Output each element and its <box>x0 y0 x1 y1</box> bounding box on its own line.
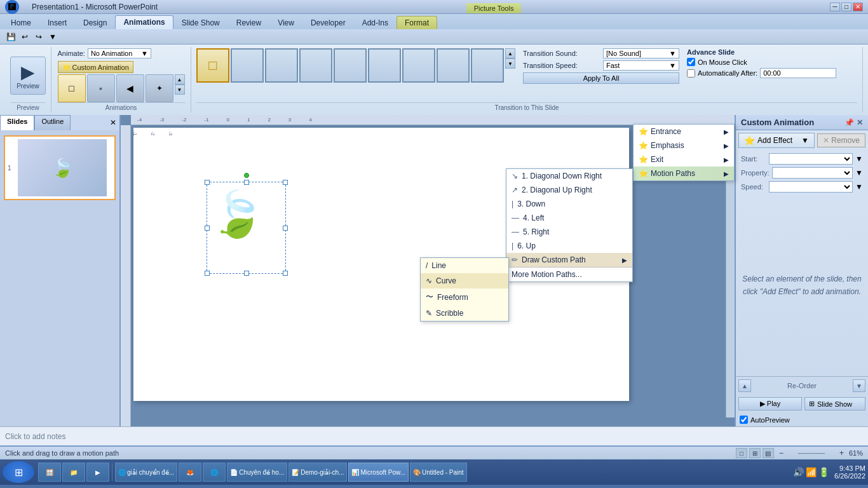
notes-area[interactable]: Click to add notes <box>0 426 868 445</box>
taskbar-pdf[interactable]: 📄 Chuyên đề ho... <box>227 463 287 482</box>
tab-review[interactable]: Review <box>228 16 269 29</box>
mp-down[interactable]: | 3. Down <box>506 197 632 211</box>
on-mouse-click-checkbox[interactable] <box>687 58 695 66</box>
taskbar-paint[interactable]: 🎨 Untitled - Paint <box>410 463 467 482</box>
taskbar-demo[interactable]: 📝 Demo-giải-ch... <box>288 463 347 482</box>
taskbar-giai-chuyen[interactable]: 🌐 giải chuyển đề... <box>115 463 177 482</box>
handle-tm[interactable] <box>244 180 249 185</box>
minimize-button[interactable]: ─ <box>830 3 840 11</box>
transition-5[interactable] <box>368 48 401 83</box>
clock[interactable]: 9:43 PM 6/26/2022 <box>834 464 865 480</box>
taskbar-powerpoint[interactable]: 📊 Microsoft Pow... <box>348 463 409 482</box>
panel-close-button[interactable]: ✕ <box>857 118 863 127</box>
tab-design[interactable]: Design <box>75 16 115 29</box>
maximize-button[interactable]: □ <box>841 3 851 11</box>
tab-slides[interactable]: Slides <box>0 115 34 130</box>
save-button[interactable]: 💾 <box>5 31 17 43</box>
taskbar-app-0[interactable]: 🪟 <box>38 463 61 482</box>
transition-6[interactable] <box>402 48 435 83</box>
emphasis-item[interactable]: ⭐ Emphasis ▶ <box>634 139 734 152</box>
quick-access-dropdown[interactable]: ▼ <box>47 31 58 43</box>
tab-format[interactable]: Format <box>397 16 437 29</box>
pin-button[interactable]: 📌 <box>844 118 854 127</box>
auto-after-value[interactable]: 00:00 <box>760 68 836 78</box>
close-button[interactable]: ✕ <box>853 3 863 11</box>
transition-8[interactable] <box>471 48 504 83</box>
trans-scroll-down[interactable]: ▼ <box>505 58 515 69</box>
mp-diagonal-down-right[interactable]: ↘ 1. Diagonal Down Right <box>506 169 632 183</box>
entrance-item[interactable]: ⭐ Entrance ▶ <box>634 125 734 139</box>
tab-animations[interactable]: Animations <box>115 15 173 29</box>
slideshow-button[interactable]: ⊞ Slide Show <box>804 397 865 410</box>
dc-scribble[interactable]: ✎ Scribble <box>421 306 508 321</box>
mp-right[interactable]: — 5. Right <box>506 225 632 239</box>
tab-view[interactable]: View <box>269 16 302 29</box>
tab-developer[interactable]: Developer <box>302 16 354 29</box>
handle-tl[interactable] <box>205 180 210 185</box>
start-select[interactable] <box>769 153 853 165</box>
tab-slideshow[interactable]: Slide Show <box>173 16 228 29</box>
exit-item[interactable]: ⭐ Exit ▶ <box>634 152 734 166</box>
auto-after-checkbox[interactable] <box>687 69 695 78</box>
handle-bl[interactable] <box>205 271 210 276</box>
transition-3[interactable] <box>299 48 332 83</box>
app-logo[interactable]: 🅿 <box>5 0 19 14</box>
rotate-handle[interactable] <box>244 173 249 178</box>
dc-freeform[interactable]: 〜 Freeform <box>421 288 508 306</box>
animate-dropdown[interactable]: No Animation ▼ <box>88 48 151 58</box>
remove-button[interactable]: ✕ Remove <box>817 133 865 147</box>
anim-no-animation[interactable]: □ <box>58 74 86 102</box>
transition-4[interactable] <box>334 48 367 83</box>
tab-home[interactable]: Home <box>3 16 39 29</box>
motion-paths-item[interactable]: ⭐ Motion Paths ▶ <box>634 166 734 180</box>
mp-draw-custom-path[interactable]: ✏ Draw Custom Path ▶ <box>506 253 632 267</box>
handle-tr[interactable] <box>283 180 288 185</box>
handle-mr[interactable] <box>283 226 288 231</box>
handle-bm[interactable] <box>244 271 249 276</box>
trans-sound-select[interactable]: [No Sound] ▼ <box>603 48 679 58</box>
reorder-up-button[interactable]: ▲ <box>738 379 751 392</box>
autopreview-checkbox[interactable] <box>740 416 748 424</box>
transition-7[interactable] <box>437 48 470 83</box>
mp-left[interactable]: — 4. Left <box>506 211 632 225</box>
taskbar-firefox[interactable]: 🦊 <box>179 463 201 482</box>
tab-outline[interactable]: Outline <box>34 115 71 130</box>
transition-2[interactable] <box>265 48 298 83</box>
reorder-down-button[interactable]: ▼ <box>853 379 865 392</box>
undo-button[interactable]: ↩ <box>19 31 31 43</box>
tab-insert[interactable]: Insert <box>39 16 75 29</box>
tray-icon-3[interactable]: 🔋 <box>818 467 829 477</box>
handle-ml[interactable] <box>205 226 210 231</box>
slide-thumbnail-1[interactable]: 1 🍃 <box>4 135 116 200</box>
property-select[interactable] <box>772 167 853 179</box>
mp-up[interactable]: | 6. Up <box>506 239 632 253</box>
anim-scroll-down[interactable]: ▼ <box>175 85 185 95</box>
dc-line[interactable]: / Line <box>421 258 508 273</box>
normal-view-button[interactable]: □ <box>736 448 747 458</box>
taskbar-app-1[interactable]: 📁 <box>62 463 85 482</box>
taskbar-ie[interactable]: 🌐 <box>203 463 226 482</box>
speed-select[interactable] <box>769 181 853 193</box>
trans-speed-select[interactable]: Fast ▼ <box>603 60 679 71</box>
zoom-out-button[interactable]: − <box>779 449 783 458</box>
taskbar-app-2[interactable]: ▶ <box>86 463 109 482</box>
trans-scroll-up[interactable]: ▲ <box>505 48 515 58</box>
slide-sorter-button[interactable]: ⊞ <box>749 448 761 458</box>
zoom-in-button[interactable]: + <box>839 449 844 458</box>
tab-addins[interactable]: Add-Ins <box>354 16 397 29</box>
anim-fade[interactable]: ▪ <box>87 74 115 102</box>
apply-to-all-button[interactable]: Apply To All <box>523 72 679 84</box>
left-panel-close[interactable]: ✕ <box>107 115 119 130</box>
tray-icon-1[interactable]: 🔊 <box>793 467 804 477</box>
anim-wipe[interactable]: ◀ <box>116 74 144 102</box>
start-button[interactable]: ⊞ <box>3 461 34 483</box>
transition-1[interactable] <box>231 48 264 83</box>
anim-scroll-up[interactable]: ▲ <box>175 74 185 85</box>
anim-fly[interactable]: ✦ <box>146 74 173 102</box>
play-button[interactable]: ▶ Play <box>738 397 802 410</box>
tray-icon-2[interactable]: 📶 <box>806 467 817 477</box>
transition-none[interactable]: □ <box>196 48 229 83</box>
zoom-slider[interactable]: ────── <box>786 450 837 457</box>
mp-diagonal-up-right[interactable]: ↗ 2. Diagonal Up Right <box>506 183 632 197</box>
reading-view-button[interactable]: ▤ <box>763 448 774 458</box>
